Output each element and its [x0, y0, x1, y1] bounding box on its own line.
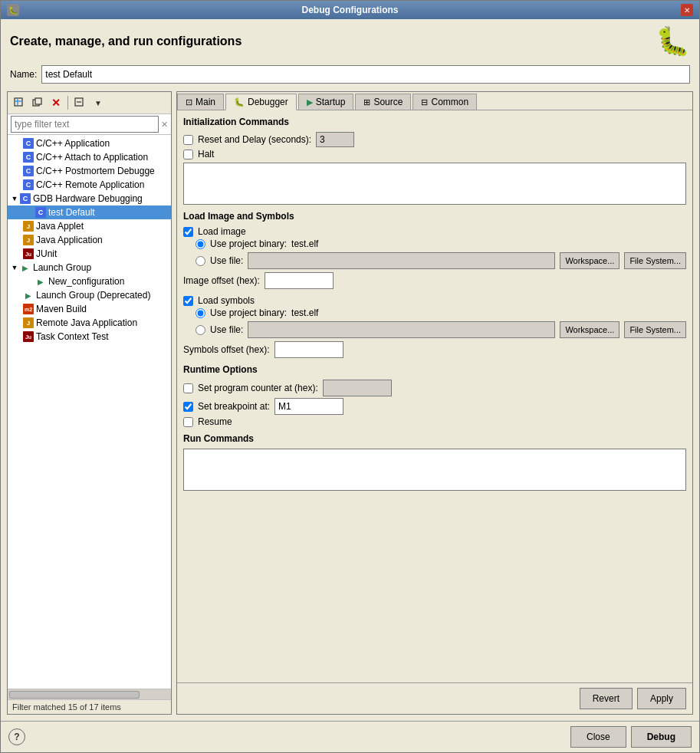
close-button-footer[interactable]: Close: [570, 726, 626, 748]
set-breakpoint-checkbox[interactable]: [183, 402, 193, 412]
reset-delay-row: Reset and Delay (seconds):: [183, 132, 686, 147]
left-toolbar: ✕ ▼: [8, 92, 171, 114]
tree-item-cpp-app[interactable]: C C/C++ Application: [8, 136, 171, 150]
use-project-binary-label: Use project binary:: [210, 238, 287, 249]
footer-buttons: Close Debug: [570, 726, 692, 748]
close-button[interactable]: ✕: [681, 4, 693, 16]
java-app-icon: J: [23, 235, 34, 245]
tree-item-task-context[interactable]: Ju Task Context Test: [8, 330, 171, 344]
tab-main[interactable]: ⊡ Main: [177, 94, 224, 110]
symbols-offset-label: Symbols offset (hex):: [183, 344, 270, 355]
debugger-tab-label: Debugger: [248, 97, 288, 107]
tree-item-cpp-attach[interactable]: C C/C++ Attach to Application: [8, 150, 171, 164]
tab-common[interactable]: ⊟ Common: [412, 94, 477, 110]
junit-icon: Ju: [23, 248, 34, 259]
symbols-offset-input[interactable]: [274, 341, 343, 358]
use-project-binary-radio[interactable]: [196, 239, 205, 249]
tab-bar: ⊡ Main 🐛 Debugger ▶ Startup ⊞ Source: [177, 92, 692, 110]
cpp-app-icon: C: [23, 138, 34, 149]
load-symbols-label: Load symbols: [198, 295, 255, 306]
use-file-input[interactable]: [248, 252, 555, 269]
image-offset-row: Image offset (hex):: [183, 272, 686, 289]
load-symbols-checkbox[interactable]: [183, 296, 193, 306]
window-title: Debug Configurations: [19, 5, 681, 15]
image-offset-input[interactable]: [265, 272, 334, 289]
remote-java-icon: J: [23, 317, 34, 328]
filter-clear-icon[interactable]: ✕: [161, 120, 168, 130]
reset-delay-input[interactable]: [316, 132, 354, 147]
tab-source[interactable]: ⊞ Source: [355, 94, 411, 110]
tree-item-cpp-remote[interactable]: C C/C++ Remote Application: [8, 178, 171, 192]
tab-debugger[interactable]: 🐛 Debugger: [225, 94, 297, 110]
task-context-icon: Ju: [23, 331, 34, 342]
resume-checkbox[interactable]: [183, 417, 193, 427]
reset-delay-label: Reset and Delay (seconds):: [198, 134, 311, 145]
tree-item-remote-java[interactable]: J Remote Java Application: [8, 316, 171, 330]
load-image-checkbox[interactable]: [183, 227, 193, 237]
set-pc-row: Set program counter at (hex):: [183, 380, 686, 396]
filter-input[interactable]: [11, 116, 159, 133]
name-input[interactable]: [41, 65, 690, 84]
symbols-use-file-radio[interactable]: [196, 325, 205, 335]
cpp-attach-label: C/C++ Attach to Application: [36, 152, 148, 163]
tree-item-cpp-postmortem[interactable]: C C/C++ Postmortem Debugge: [8, 164, 171, 178]
run-textarea-wrapper: [183, 449, 686, 491]
set-breakpoint-label: Set breakpoint at:: [198, 401, 270, 412]
launch-deprecated-label: Launch Group (Deprecated): [36, 290, 150, 301]
tree-item-test-default[interactable]: C test Default: [8, 206, 171, 219]
main-content: Create, manage, and run configurations 🐛…: [1, 19, 699, 721]
load-image-row: Load image: [183, 226, 686, 237]
symbols-use-project-binary-radio[interactable]: [196, 308, 205, 318]
svg-rect-0: [15, 98, 22, 106]
run-commands-section: Run Commands: [183, 433, 686, 491]
tree-item-maven[interactable]: m2 Maven Build: [8, 302, 171, 316]
name-label: Name:: [10, 69, 37, 80]
duplicate-config-button[interactable]: [29, 94, 46, 111]
reset-delay-checkbox[interactable]: [183, 135, 193, 145]
gdb-label: GDB Hardware Debugging: [33, 193, 143, 204]
filesystem-button-symbols[interactable]: File System...: [624, 321, 686, 338]
init-textarea[interactable]: [184, 163, 685, 204]
filesystem-button-image[interactable]: File System...: [624, 252, 686, 269]
revert-button[interactable]: Revert: [580, 688, 633, 709]
tree-item-launch-deprecated[interactable]: ▶ Launch Group (Deprecated): [8, 288, 171, 302]
new-config-label: New_configuration: [48, 276, 124, 287]
set-breakpoint-input[interactable]: [274, 398, 343, 415]
tab-content: Initialization Commands Reset and Delay …: [177, 110, 692, 682]
apply-button[interactable]: Apply: [637, 688, 686, 709]
image-offset-label: Image offset (hex):: [183, 275, 260, 286]
delete-config-button[interactable]: ✕: [48, 94, 64, 111]
workspace-button-symbols[interactable]: Workspace...: [560, 321, 619, 338]
debug-button[interactable]: Debug: [631, 726, 692, 748]
common-tab-label: Common: [431, 97, 468, 107]
tab-startup[interactable]: ▶ Startup: [298, 94, 354, 110]
tree-item-java-app[interactable]: J Java Application: [8, 233, 171, 247]
more-options-button[interactable]: ▼: [90, 94, 107, 111]
symbols-offset-row: Symbols offset (hex):: [183, 341, 686, 358]
remote-java-label: Remote Java Application: [36, 317, 137, 328]
help-button[interactable]: ?: [8, 728, 25, 745]
cpp-app-label: C/C++ Application: [36, 138, 110, 149]
set-pc-checkbox[interactable]: [183, 383, 193, 393]
launch-group-icon: ▶: [20, 262, 31, 273]
java-applet-label: Java Applet: [36, 221, 84, 232]
tree-item-new-config[interactable]: ▶ New_configuration: [8, 275, 171, 288]
main-tab-label: Main: [196, 97, 215, 107]
set-pc-input[interactable]: [323, 380, 392, 396]
tree-item-java-applet[interactable]: J Java Applet: [8, 219, 171, 233]
workspace-button-image[interactable]: Workspace...: [560, 252, 619, 269]
halt-checkbox[interactable]: [183, 150, 193, 159]
load-image-label: Load image: [198, 226, 246, 237]
tree-item-gdb[interactable]: ▼ C GDB Hardware Debugging: [8, 192, 171, 206]
collapse-button[interactable]: [71, 94, 88, 111]
right-panel: ⊡ Main 🐛 Debugger ▶ Startup ⊞ Source: [176, 91, 693, 715]
symbols-use-file-input[interactable]: [248, 321, 555, 338]
run-textarea[interactable]: [184, 449, 685, 490]
tree-item-junit[interactable]: Ju JUnit: [8, 247, 171, 261]
source-tab-icon: ⊞: [363, 97, 370, 107]
resume-label: Resume: [198, 416, 232, 427]
tree-item-launch-group[interactable]: ▼ ▶ Launch Group: [8, 261, 171, 275]
horizontal-scrollbar[interactable]: [8, 689, 171, 699]
new-config-button[interactable]: [11, 94, 28, 111]
use-file-radio[interactable]: [196, 256, 205, 266]
